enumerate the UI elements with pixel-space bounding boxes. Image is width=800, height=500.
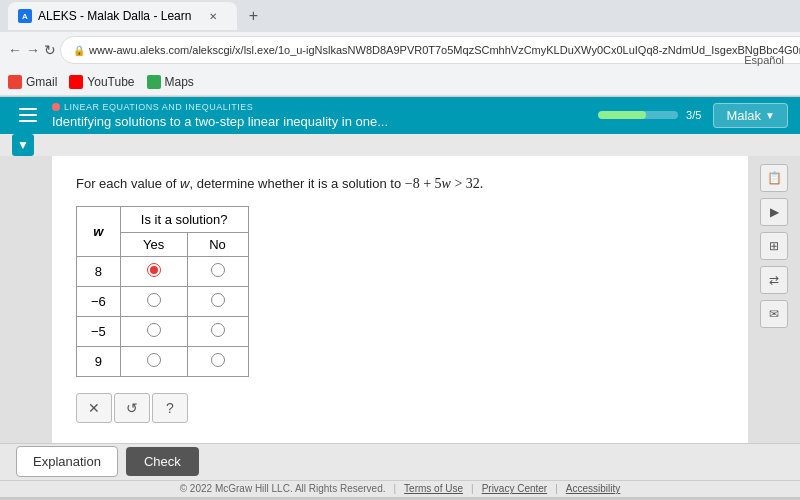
w-column-header: w — [77, 207, 121, 257]
grid-icon-button[interactable]: ⊞ — [760, 232, 788, 260]
row-3-yes-cell[interactable] — [120, 317, 187, 347]
row-4-no-cell[interactable] — [187, 347, 248, 377]
row-2-yes-radio[interactable] — [147, 293, 161, 307]
footer: © 2022 McGraw Hill LLC. All Rights Reser… — [0, 480, 800, 497]
no-column-header: No — [187, 233, 248, 257]
terms-link[interactable]: Terms of Use — [404, 483, 463, 494]
row-4-yes-radio[interactable] — [147, 353, 161, 367]
copyright-text: © 2022 McGraw Hill LLC. All Rights Reser… — [180, 483, 386, 494]
play-icon-button[interactable]: ▶ — [760, 198, 788, 226]
row-3-no-radio[interactable] — [211, 323, 225, 337]
tab-favicon: A — [18, 9, 32, 23]
table-row: 8 — [77, 257, 249, 287]
bottom-bar: Explanation Check — [0, 443, 800, 480]
url-text: www-awu.aleks.com/alekscgi/x/lsl.exe/1o_… — [89, 44, 800, 56]
aleks-header: LINEAR EQUATIONS AND INEQUALITIES Identi… — [0, 97, 800, 134]
accessibility-link[interactable]: Accessibility — [566, 483, 620, 494]
main-content-wrapper: For each value of w, determine whether i… — [0, 156, 800, 443]
bookmark-maps[interactable]: Maps — [147, 75, 194, 89]
table-row: −5 — [77, 317, 249, 347]
app-container: LINEAR EQUATIONS AND INEQUALITIES Identi… — [0, 97, 800, 497]
right-tools-panel: 📋 ▶ ⊞ ⇄ ✉ — [748, 156, 800, 443]
question-text: For each value of w, determine whether i… — [76, 176, 724, 192]
clipboard-icon: 📋 — [767, 171, 782, 185]
clear-button[interactable]: ✕ — [76, 393, 112, 423]
row-1-no-cell[interactable] — [187, 257, 248, 287]
progress-text: 3/5 — [686, 109, 701, 121]
mail-icon-button[interactable]: ✉ — [760, 300, 788, 328]
nav-bar: ← → ↻ 🔒 www-awu.aleks.com/alekscgi/x/lsl… — [0, 32, 800, 68]
header-title-area: LINEAR EQUATIONS AND INEQUALITIES Identi… — [52, 102, 598, 129]
privacy-link[interactable]: Privacy Center — [482, 483, 548, 494]
row-3-no-cell[interactable] — [187, 317, 248, 347]
progress-bar-fill — [598, 111, 646, 119]
row-3-yes-radio[interactable] — [147, 323, 161, 337]
reload-button[interactable]: ↻ — [44, 36, 56, 64]
explanation-button[interactable]: Explanation — [16, 446, 118, 477]
espanol-label[interactable]: Español — [744, 54, 784, 66]
row-1-no-radio[interactable] — [211, 263, 225, 277]
footer-sep-2: | — [471, 483, 474, 494]
tab-bar: A ALEKS - Malak Dalla - Learn ✕ + — [0, 0, 800, 32]
row-2-no-radio[interactable] — [211, 293, 225, 307]
row-2-no-cell[interactable] — [187, 287, 248, 317]
row-4-yes-cell[interactable] — [120, 347, 187, 377]
mail-icon: ✉ — [769, 307, 779, 321]
transfer-icon: ⇄ — [769, 273, 779, 287]
tab-close-button[interactable]: ✕ — [205, 8, 221, 24]
row-1-yes-cell[interactable] — [120, 257, 187, 287]
maps-favicon — [147, 75, 161, 89]
row-4-no-radio[interactable] — [211, 353, 225, 367]
browser-chrome: A ALEKS - Malak Dalla - Learn ✕ + ← → ↻ … — [0, 0, 800, 97]
bookmark-gmail[interactable]: Gmail — [8, 75, 57, 89]
clipboard-icon-button[interactable]: 📋 — [760, 164, 788, 192]
user-menu-button[interactable]: Malak ▼ — [713, 103, 788, 128]
address-bar[interactable]: 🔒 www-awu.aleks.com/alekscgi/x/lsl.exe/1… — [60, 36, 800, 64]
forward-button[interactable]: → — [26, 36, 40, 64]
row-1-yes-radio[interactable] — [147, 263, 161, 277]
grid-icon: ⊞ — [769, 239, 779, 253]
user-name: Malak — [726, 108, 761, 123]
menu-line-1 — [19, 108, 37, 110]
bookmark-youtube[interactable]: YouTube — [69, 75, 134, 89]
new-tab-button[interactable]: + — [241, 4, 265, 28]
menu-button[interactable] — [12, 99, 44, 131]
secondary-bar: ▼ Español — [0, 134, 800, 156]
solution-table: w Is it a solution? Yes No 8 — [76, 206, 249, 377]
menu-line-3 — [19, 120, 37, 122]
inequality-expression: −8 + 5w > 32. — [405, 176, 484, 191]
row-value-1: 8 — [77, 257, 121, 287]
maps-label: Maps — [165, 75, 194, 89]
action-buttons-row: ✕ ↺ ? — [76, 393, 724, 423]
menu-line-2 — [19, 114, 37, 116]
inner-content: For each value of w, determine whether i… — [52, 156, 748, 443]
lock-icon: 🔒 — [73, 45, 85, 56]
check-button[interactable]: Check — [126, 447, 199, 476]
help-button[interactable]: ? — [152, 393, 188, 423]
footer-sep-1: | — [394, 483, 397, 494]
table-row: 9 — [77, 347, 249, 377]
table-row: −6 — [77, 287, 249, 317]
bookmarks-bar: Gmail YouTube Maps — [0, 68, 800, 96]
row-value-3: −5 — [77, 317, 121, 347]
gmail-label: Gmail — [26, 75, 57, 89]
play-icon: ▶ — [770, 205, 779, 219]
footer-sep-3: | — [555, 483, 558, 494]
active-tab[interactable]: A ALEKS - Malak Dalla - Learn ✕ — [8, 2, 237, 30]
youtube-favicon — [69, 75, 83, 89]
dot-indicator — [52, 103, 60, 111]
back-button[interactable]: ← — [8, 36, 22, 64]
undo-button[interactable]: ↺ — [114, 393, 150, 423]
expand-button[interactable]: ▼ — [12, 134, 34, 156]
tab-title: ALEKS - Malak Dalla - Learn — [38, 9, 191, 23]
is-solution-header: Is it a solution? — [120, 207, 248, 233]
section-label: LINEAR EQUATIONS AND INEQUALITIES — [64, 102, 253, 112]
youtube-label: YouTube — [87, 75, 134, 89]
expand-icon: ▼ — [17, 138, 29, 152]
transfer-icon-button[interactable]: ⇄ — [760, 266, 788, 294]
left-spacer — [0, 156, 52, 443]
row-value-4: 9 — [77, 347, 121, 377]
progress-area: 3/5 — [598, 109, 701, 121]
row-2-yes-cell[interactable] — [120, 287, 187, 317]
yes-column-header: Yes — [120, 233, 187, 257]
